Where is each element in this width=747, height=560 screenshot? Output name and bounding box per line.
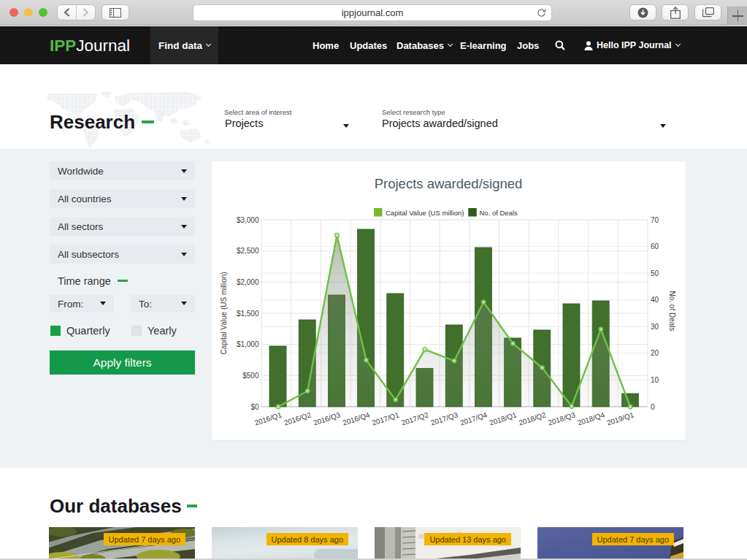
svg-text:$3,000: $3,000 [237, 216, 259, 224]
svg-text:2017/Q3: 2017/Q3 [429, 410, 459, 426]
svg-text:$1,500: $1,500 [237, 310, 259, 318]
svg-text:$0: $0 [250, 403, 259, 411]
svg-text:30: 30 [651, 323, 659, 331]
svg-text:2019/Q1: 2019/Q1 [606, 410, 635, 426]
svg-text:Projects awarded/signed: Projects awarded/signed [375, 176, 523, 191]
svg-text:2018/Q3: 2018/Q3 [547, 410, 576, 426]
svg-text:20: 20 [651, 349, 659, 357]
svg-text:$2,500: $2,500 [237, 247, 259, 255]
svg-text:$500: $500 [242, 372, 259, 380]
svg-text:Capital Value (US million): Capital Value (US million) [220, 272, 228, 354]
svg-text:50: 50 [651, 269, 659, 277]
svg-text:2017/Q2: 2017/Q2 [400, 410, 429, 426]
svg-text:0: 0 [651, 403, 655, 411]
svg-text:2018/Q4: 2018/Q4 [576, 410, 605, 426]
svg-text:2017/Q4: 2017/Q4 [459, 410, 489, 426]
svg-text:No. of Deals: No. of Deals [668, 291, 676, 331]
svg-text:2016/Q1: 2016/Q1 [253, 410, 283, 426]
svg-text:Capital Value (US million): Capital Value (US million) [386, 209, 464, 217]
svg-text:2018/Q2: 2018/Q2 [518, 410, 547, 426]
svg-text:70: 70 [651, 216, 659, 224]
svg-text:No. of Deals: No. of Deals [480, 209, 518, 217]
svg-text:2016/Q4: 2016/Q4 [342, 410, 371, 426]
svg-text:$2,000: $2,000 [237, 278, 259, 286]
svg-text:60: 60 [651, 242, 659, 250]
svg-text:10: 10 [651, 376, 659, 384]
svg-text:2016/Q3: 2016/Q3 [313, 410, 342, 426]
svg-text:40: 40 [651, 296, 659, 304]
svg-text:$1,000: $1,000 [237, 340, 259, 348]
svg-text:2017/Q1: 2017/Q1 [371, 410, 400, 426]
svg-text:2018/Q1: 2018/Q1 [489, 410, 518, 426]
svg-text:2016/Q2: 2016/Q2 [283, 410, 312, 426]
